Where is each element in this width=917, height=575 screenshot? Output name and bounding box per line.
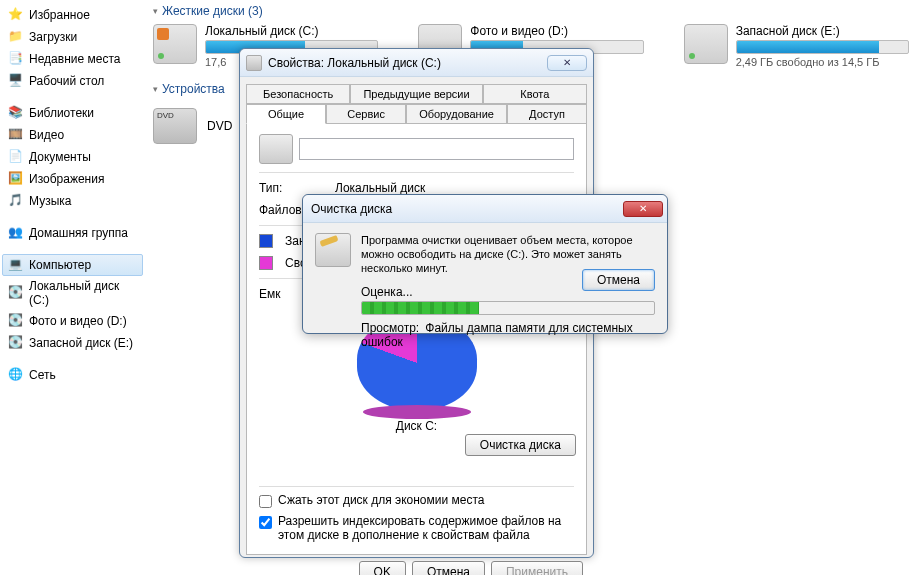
libraries-icon: 📚 [8,105,24,121]
drive-icon [259,134,293,164]
sidebar-drive-d[interactable]: 💽Фото и видео (D:) [2,310,143,332]
sidebar-libraries[interactable]: 📚Библиотеки [2,102,143,124]
sidebar-pictures[interactable]: 🖼️Изображения [2,168,143,190]
index-checkbox[interactable]: Разрешить индексировать содержимое файло… [259,514,574,542]
recent-icon: 📑 [8,51,24,67]
star-icon: ⭐ [8,7,24,23]
sidebar-drive-e[interactable]: 💽Запасной диск (E:) [2,332,143,354]
network-icon: 🌐 [8,367,24,383]
sidebar-documents[interactable]: 📄Документы [2,146,143,168]
dvd-icon [153,108,197,144]
disk-cleanup-dialog: Очистка диска ✕ Программа очистки оценив… [302,194,668,334]
cancel-button[interactable]: Отмена [412,561,485,575]
document-icon: 📄 [8,149,24,165]
video-icon: 🎞️ [8,127,24,143]
sidebar-recent[interactable]: 📑Недавние места [2,48,143,70]
sidebar-desktop[interactable]: 🖥️Рабочий стол [2,70,143,92]
tab-previous-versions[interactable]: Предыдущие версии [350,84,482,104]
tab-hardware[interactable]: Оборудование [406,104,507,124]
tab-quota[interactable]: Квота [483,84,587,104]
disk-cleanup-button[interactable]: Очистка диска [465,434,576,456]
sidebar-network[interactable]: 🌐Сеть [2,364,143,386]
volume-label-input[interactable] [299,138,574,160]
drive-e-usage-bar [736,40,909,54]
sidebar-favorites[interactable]: ⭐Избранное [2,4,143,26]
computer-icon: 💻 [8,257,24,273]
disk-label: Диск C: [259,419,574,433]
free-space-color [259,256,273,270]
tab-access[interactable]: Доступ [507,104,587,124]
hdd-section-header[interactable]: ▾Жесткие диски (3) [153,0,909,24]
drive-icon: 💽 [8,335,24,351]
drive-icon [153,24,197,64]
cleanup-titlebar[interactable]: Очистка диска ✕ [303,195,667,223]
sidebar-downloads[interactable]: 📁Загрузки [2,26,143,48]
progress-bar [361,301,655,315]
sidebar-music[interactable]: 🎵Музыка [2,190,143,212]
drive-icon: 💽 [8,313,24,329]
drive-icon [246,55,262,71]
folder-icon: 📁 [8,29,24,45]
collapse-icon: ▾ [153,84,158,94]
ok-button[interactable]: OK [359,561,406,575]
apply-button[interactable]: Применить [491,561,583,575]
close-button[interactable]: ✕ [623,201,663,217]
cleanup-icon [315,233,351,267]
tab-security[interactable]: Безопасность [246,84,350,104]
pictures-icon: 🖼️ [8,171,24,187]
tab-general[interactable]: Общие [246,104,326,124]
drive-icon: 💽 [8,285,24,301]
homegroup-icon: 👥 [8,225,24,241]
used-space-color [259,234,273,248]
drive-e[interactable]: Запасной диск (E:) 2,49 ГБ свободно из 1… [684,24,909,68]
close-button[interactable]: ✕ [547,55,587,71]
properties-titlebar[interactable]: Свойства: Локальный диск (C:) ✕ [240,49,593,77]
tab-service[interactable]: Сервис [326,104,406,124]
cancel-button[interactable]: Отмена [582,269,655,291]
collapse-icon: ▾ [153,6,158,16]
navigation-pane: ⭐Избранное 📁Загрузки 📑Недавние места 🖥️Р… [0,0,145,390]
sidebar-video[interactable]: 🎞️Видео [2,124,143,146]
sidebar-computer[interactable]: 💻Компьютер [2,254,143,276]
sidebar-homegroup[interactable]: 👥Домашняя группа [2,222,143,244]
desktop-icon: 🖥️ [8,73,24,89]
drive-icon [684,24,728,64]
sidebar-drive-c[interactable]: 💽Локальный диск (C:) [2,276,143,310]
compress-checkbox[interactable]: Сжать этот диск для экономии места [259,493,574,508]
music-icon: 🎵 [8,193,24,209]
